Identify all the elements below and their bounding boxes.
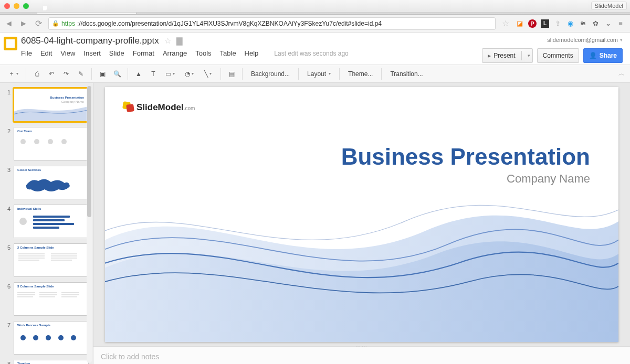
slide-thumb-5[interactable]: 2 Columns Sample Slide	[14, 243, 89, 277]
theme-button[interactable]: Theme...	[343, 67, 377, 81]
notes-resize-handle[interactable]: ⋯⋯	[351, 344, 372, 348]
thumb-number: 1	[4, 88, 10, 122]
undo-icon[interactable]: ↶	[45, 67, 58, 81]
chevron-down-icon: ▾	[620, 37, 623, 42]
slidemodel-logo: SlideModel.com	[123, 102, 195, 113]
window-chrome: SlideModel	[0, 0, 630, 13]
menu-insert[interactable]: Insert	[83, 49, 101, 57]
forward-icon[interactable]: ►	[19, 19, 28, 28]
extension-badge[interactable]: SlideModel	[591, 2, 627, 10]
menu-edit[interactable]: Edit	[40, 49, 52, 57]
line-icon[interactable]: ╲	[199, 67, 217, 81]
account-email[interactable]: slidemodelcom@gmail.com▾	[547, 37, 623, 43]
slide-canvas[interactable]: SlideModel.com Business Presentation Com…	[93, 83, 630, 346]
move-folder-icon[interactable]: ▇	[176, 36, 183, 46]
slide-thumb-8[interactable]: Timeline	[14, 360, 89, 364]
comment-icon[interactable]: ▤	[225, 67, 238, 81]
minimize-window-button[interactable]	[14, 3, 19, 9]
ext-icon[interactable]: ⇪	[553, 19, 562, 28]
slide-thumb-6[interactable]: 3 Columns Sample Slide	[14, 282, 89, 316]
image-icon[interactable]: ▭	[161, 67, 179, 81]
slide-thumb-4[interactable]: Individual Skills	[14, 205, 89, 238]
comments-button[interactable]: Comments	[537, 48, 579, 63]
layout-button[interactable]: Layout	[302, 67, 335, 81]
reload-icon[interactable]: ⟳	[34, 18, 43, 28]
background-wave-graphic	[105, 166, 618, 342]
menu-arrange[interactable]: Arrange	[163, 49, 187, 57]
zoom-icon[interactable]: 🔍	[110, 67, 124, 81]
thumb-number: 2	[4, 127, 10, 160]
thumb-number: 6	[4, 282, 10, 316]
doc-title[interactable]: 6085-04-light-company-profile.pptx	[21, 36, 159, 46]
menu-bar: File Edit View Insert Slide Format Arran…	[21, 49, 482, 57]
buffer-icon[interactable]: ≋	[579, 19, 587, 28]
thumb-scrollbar[interactable]	[87, 86, 92, 363]
paint-format-icon[interactable]: ✎	[74, 67, 88, 81]
share-person-icon: 👤	[589, 52, 597, 59]
address-bar[interactable]: 🔒 https://docs.google.com/presentation/d…	[48, 17, 496, 30]
browser-toolbar: ◄ ► ⟳ 🔒 https://docs.google.com/presenta…	[0, 15, 630, 33]
shape-icon[interactable]: ◔	[180, 67, 198, 81]
slide-thumb-3[interactable]: Global Services	[14, 166, 89, 199]
browser-menu-icon[interactable]: ≡	[616, 19, 625, 28]
url-scheme: https	[61, 20, 75, 27]
redo-icon[interactable]: ↷	[59, 67, 73, 81]
star-icon[interactable]: ☆	[164, 36, 171, 46]
share-button[interactable]: 👤Share	[583, 48, 623, 63]
slide[interactable]: SlideModel.com Business Presentation Com…	[105, 87, 618, 342]
thumb-number: 7	[4, 321, 10, 355]
doc-header: 6085-04-light-company-profile.pptx ☆ ▇ F…	[0, 33, 630, 65]
slide-thumb-2[interactable]: Our Team	[14, 127, 89, 160]
new-slide-button[interactable]: ＋	[4, 67, 22, 81]
fit-zoom-icon[interactable]: ▣	[96, 67, 109, 81]
menu-help[interactable]: Help	[245, 49, 259, 57]
select-tool-icon[interactable]: ▲	[132, 67, 145, 81]
ext-icon[interactable]: ◉	[566, 19, 574, 28]
thumb-number: 5	[4, 243, 10, 277]
ext-icon[interactable]: ✿	[591, 19, 600, 28]
slide-thumb-7[interactable]: Work Process Sample	[14, 321, 89, 355]
menu-format[interactable]: Format	[133, 49, 154, 57]
thumb-number: 8	[4, 360, 10, 364]
ext-icon[interactable]: L	[541, 19, 549, 28]
play-icon: ▸	[488, 52, 491, 59]
slides-logo-icon[interactable]	[0, 33, 21, 65]
menu-table[interactable]: Table	[220, 49, 236, 57]
toolbar: ＋ ⎙ ↶ ↷ ✎ ▣ 🔍 ▲ T ▭ ◔ ╲ ▤ Background... …	[0, 65, 630, 83]
url-rest: ://docs.google.com/presentation/d/1qJG1Y…	[77, 20, 382, 27]
maximize-window-button[interactable]	[23, 3, 29, 9]
menu-tools[interactable]: Tools	[195, 49, 211, 57]
transition-button[interactable]: Transition...	[385, 67, 427, 81]
menu-file[interactable]: File	[21, 49, 32, 57]
back-icon[interactable]: ◄	[4, 19, 14, 28]
extension-icons: ◪ P L ⇪ ◉ ≋ ✿ ⌄ ≡	[516, 19, 626, 28]
lock-icon: 🔒	[52, 20, 59, 27]
menu-slide[interactable]: Slide	[109, 49, 124, 57]
print-icon[interactable]: ⎙	[30, 67, 44, 81]
thumb-number: 4	[4, 205, 10, 238]
bookmark-star-icon[interactable]: ☆	[501, 18, 510, 28]
close-window-button[interactable]	[4, 3, 10, 9]
textbox-icon[interactable]: T	[146, 67, 160, 81]
background-button[interactable]: Background...	[246, 67, 295, 81]
collapse-toolbar-icon[interactable]: ︿	[618, 69, 625, 78]
thumb-number: 3	[4, 166, 10, 199]
pinterest-icon[interactable]: P	[528, 19, 537, 28]
ext-icon[interactable]: ◪	[516, 19, 524, 28]
last-edit-label: Last edit was seconds ago	[274, 50, 348, 57]
slide-thumb-1[interactable]: Business Presentation Company Name	[14, 88, 89, 122]
slide-panel: 1 Business Presentation Company Name 2 O…	[0, 83, 93, 364]
menu-view[interactable]: View	[60, 49, 75, 57]
present-button[interactable]: ▸Present▾	[482, 48, 532, 63]
chevron-down-icon[interactable]: ▾	[528, 53, 530, 58]
pocket-icon[interactable]: ⌄	[604, 19, 612, 28]
